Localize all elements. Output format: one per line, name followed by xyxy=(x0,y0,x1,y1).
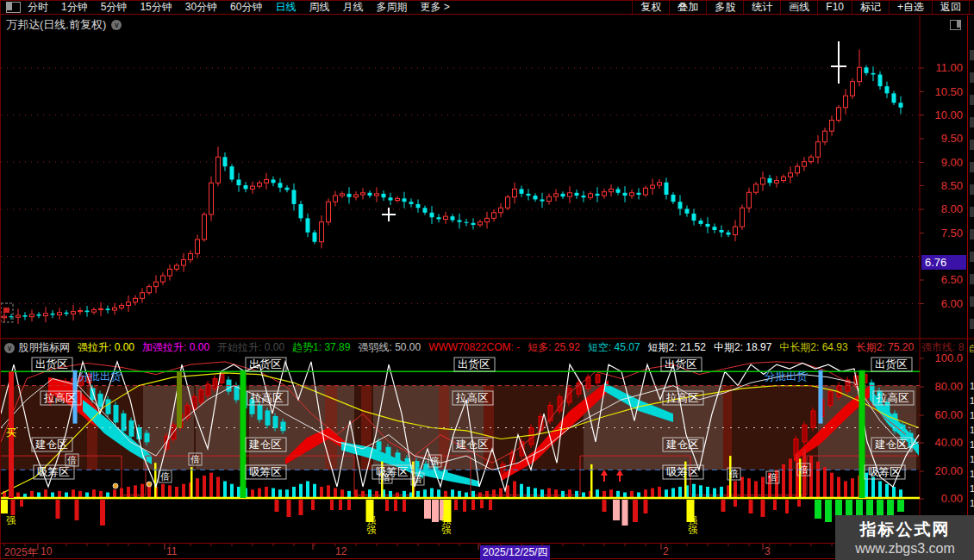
candle-body-up xyxy=(72,312,76,314)
period-tab-7[interactable]: 周线 xyxy=(309,0,329,15)
mini-candle xyxy=(98,394,103,407)
candle-body-up xyxy=(568,193,572,196)
indicator-hist-bar xyxy=(520,484,523,498)
date-axis[interactable]: 2025年101112232025/12/25/四 xyxy=(1,543,974,559)
candle-body-down xyxy=(637,193,641,195)
zone-label-box xyxy=(454,358,495,371)
candle-body-down xyxy=(37,314,41,316)
toolbar-button-4[interactable]: 画线 xyxy=(780,1,817,14)
qiang-label: 强 xyxy=(688,525,698,535)
period-tab-1[interactable]: 1分钟 xyxy=(61,0,88,15)
collapse-indicator-icon[interactable]: ∨ xyxy=(4,343,15,353)
mini-candle xyxy=(520,442,524,456)
truncated-glyph xyxy=(970,50,974,60)
below-zero-bar xyxy=(603,500,607,512)
candle-body-up xyxy=(796,166,800,173)
toolbar-button-6[interactable]: 标记 xyxy=(852,1,889,14)
indicator-hist-bar xyxy=(161,484,165,498)
candle-body-up xyxy=(844,96,848,108)
candle-body-up xyxy=(154,282,159,286)
signal-bar xyxy=(177,371,182,427)
indicator-hist-bar xyxy=(492,489,496,498)
below-zero-bar xyxy=(275,500,279,512)
date-label-5: 3 xyxy=(765,545,771,557)
period-tab-6[interactable]: 日线 xyxy=(275,0,296,15)
indicator-hist-bar xyxy=(616,491,620,498)
zone-label-jiancang: 建仓区 xyxy=(455,439,489,451)
panel-maximize-icon[interactable] xyxy=(950,20,961,30)
candle-body-down xyxy=(223,157,228,166)
mini-candle xyxy=(396,453,400,462)
indicator-hist-bar xyxy=(603,491,606,498)
toolbar-button-2[interactable]: 多股 xyxy=(706,1,743,14)
zone-label-box xyxy=(453,438,493,451)
period-tab-9[interactable]: 多周期 xyxy=(376,0,407,15)
yellow-signal-bar xyxy=(381,462,384,498)
date-label-2: 11 xyxy=(166,545,177,557)
below-zero-bar xyxy=(815,500,821,519)
strip-digit: 1 xyxy=(970,395,974,406)
period-tab-10[interactable]: 更多 > xyxy=(420,0,449,15)
chevron-down-icon[interactable]: ∨ xyxy=(111,20,122,30)
indicator-hist-bar xyxy=(734,481,737,498)
candle-body-down xyxy=(451,216,455,220)
period-tab-5[interactable]: 60分钟 xyxy=(230,0,262,15)
zone-label-box xyxy=(663,438,703,451)
candle-body-down xyxy=(623,193,627,196)
candle-body-down xyxy=(437,217,441,219)
toolbar-button-5[interactable]: F10 xyxy=(817,1,852,14)
below-zero-bar xyxy=(100,500,105,526)
zone-label-chuhuo: 出货区 xyxy=(458,358,490,370)
candle-body-up xyxy=(92,309,97,312)
indicator-hist-bar xyxy=(685,485,689,498)
zone-label-chuhuo: 出货区 xyxy=(35,358,68,370)
window-layout-icon[interactable] xyxy=(6,2,21,13)
indicator-hist-bar xyxy=(237,487,240,498)
period-tab-8[interactable]: 月线 xyxy=(342,0,363,15)
below-zero-bar xyxy=(11,500,16,515)
candle-body-up xyxy=(127,302,131,306)
indicator-hist-bar xyxy=(140,484,144,498)
toolbar-button-3[interactable]: 统计 xyxy=(743,1,780,14)
mini-candle xyxy=(64,382,68,393)
period-toolbar: 分时1分钟5分钟15分钟30分钟60分钟日线周线月线多周期更多 > 复权叠加多股… xyxy=(1,0,974,15)
candle-body-down xyxy=(561,194,565,196)
candle-body-up xyxy=(492,213,496,219)
below-zero-bar xyxy=(761,500,765,517)
indicator-hist-bar xyxy=(299,484,303,498)
period-tab-2[interactable]: 5分钟 xyxy=(101,0,128,15)
toolbar-button-8[interactable]: 返回 xyxy=(932,1,970,14)
candle-body-up xyxy=(589,194,593,197)
bei-box xyxy=(727,468,740,480)
period-tab-4[interactable]: 30分钟 xyxy=(185,0,217,15)
price-label: 10.00 xyxy=(934,109,963,121)
indicator-hist-bar xyxy=(154,487,158,498)
price-label: 9.00 xyxy=(941,156,963,169)
indicator-hist-bar xyxy=(416,491,420,498)
mini-candle xyxy=(79,376,84,385)
candle-body-up xyxy=(375,194,379,196)
toolbar-button-7[interactable]: +自选 xyxy=(889,1,932,14)
period-tab-0[interactable]: 分时 xyxy=(28,0,48,15)
indicator-hist-bar xyxy=(23,494,27,498)
candle-body-up xyxy=(168,269,172,276)
toolbar-actions: 复权叠加多股统计画线F10标记+自选返回 xyxy=(632,1,970,14)
period-tab-3[interactable]: 15分钟 xyxy=(140,0,172,15)
mini-candle xyxy=(178,414,183,427)
below-zero-bar xyxy=(385,500,389,511)
strip-digit: 1 xyxy=(970,483,974,494)
indicator-hist-bar xyxy=(547,488,551,498)
candle-body-down xyxy=(292,190,297,204)
zone-label-box xyxy=(34,465,74,479)
toolbar-button-1[interactable]: 叠加 xyxy=(669,1,706,14)
below-zero-bar xyxy=(440,500,445,520)
indicator-hist-bar xyxy=(754,481,758,498)
candle-body-up xyxy=(196,240,200,253)
mini-candle xyxy=(811,411,815,428)
zone-label-box xyxy=(663,391,703,405)
candle-body-down xyxy=(540,199,545,201)
candle-body-up xyxy=(747,192,752,208)
toolbar-button-0[interactable]: 复权 xyxy=(632,1,669,14)
candle-body-down xyxy=(575,193,579,196)
mini-candle xyxy=(893,414,897,431)
